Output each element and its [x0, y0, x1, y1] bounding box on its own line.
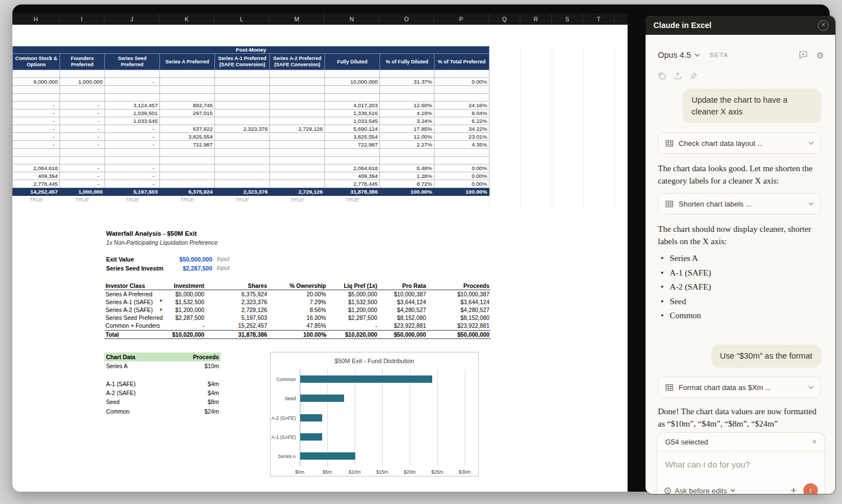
spreadsheet-cell[interactable] [325, 86, 380, 94]
pin-icon[interactable] [689, 72, 698, 80]
spreadsheet-cell[interactable] [105, 94, 160, 102]
spreadsheet-cell[interactable]: - [60, 141, 105, 149]
spreadsheet-cell[interactable]: 5,197,503 [205, 314, 268, 322]
spreadsheet-cell[interactable]: $5,000,000 [327, 290, 378, 299]
spreadsheet-cell[interactable] [270, 133, 325, 141]
model-selector[interactable]: Opus 4.5 BETA [658, 51, 728, 59]
send-button[interactable]: ↑ [803, 483, 818, 494]
spreadsheet-cell[interactable] [434, 149, 489, 157]
spreadsheet-cell[interactable]: 2,323,376 [215, 125, 270, 133]
spreadsheet-cell[interactable]: 100.00% [380, 188, 434, 196]
spreadsheet-cell[interactable]: - [105, 78, 160, 86]
spreadsheet-cell[interactable]: Series A-1 (SAFE) [104, 298, 164, 306]
spreadsheet-cell[interactable]: - [105, 172, 160, 180]
spreadsheet-cell[interactable]: 6.22% [434, 117, 489, 125]
spreadsheet-cell[interactable]: 409,394 [13, 172, 60, 180]
spreadsheet-cell[interactable]: - [164, 322, 205, 331]
spreadsheet-cell[interactable] [270, 117, 325, 125]
spreadsheet-cell[interactable]: - [105, 125, 160, 133]
spreadsheet-cell[interactable]: Series Seed Preferred [104, 314, 164, 322]
spreadsheet-cell[interactable]: $3,644,124 [378, 298, 427, 306]
spreadsheet-cell[interactable]: 8.04% [434, 109, 489, 117]
spreadsheet-cell[interactable]: - [60, 117, 105, 125]
spreadsheet-cell[interactable] [215, 109, 270, 117]
spreadsheet-cell[interactable] [380, 70, 434, 78]
spreadsheet-cell[interactable] [60, 149, 105, 157]
spreadsheet-cell[interactable] [215, 149, 270, 157]
message-input[interactable]: What can I do for you? [657, 451, 825, 469]
spreadsheet-cell[interactable]: $50,000,000 [427, 330, 491, 338]
spreadsheet-cell[interactable] [270, 70, 325, 78]
spreadsheet-cell[interactable]: 2,323,376 [215, 188, 270, 196]
spreadsheet-cell[interactable]: $5,000,000 [164, 290, 205, 299]
spreadsheet-cell[interactable] [160, 157, 215, 164]
spreadsheet-cell[interactable]: $4m [175, 389, 221, 398]
spreadsheet-cell[interactable]: $4,280,527 [378, 306, 427, 314]
spreadsheet-cell[interactable]: - [60, 133, 105, 141]
spreadsheet-cell[interactable]: - [13, 141, 60, 149]
spreadsheet-cell[interactable]: 3.24% [380, 117, 434, 125]
spreadsheet-cell[interactable]: 2,323,376 [205, 298, 268, 306]
spreadsheet-cell[interactable] [380, 86, 434, 94]
spreadsheet-cell[interactable]: $8,152,080 [427, 314, 491, 322]
spreadsheet-cell[interactable] [160, 86, 215, 94]
spreadsheet-cell[interactable]: 297,015 [160, 109, 215, 117]
tool-call-card-format-data[interactable]: Format chart data as $Xm ... [658, 377, 821, 398]
spreadsheet-cell[interactable] [160, 117, 215, 125]
spreadsheet-cell[interactable]: Common + Founders [104, 322, 164, 331]
spreadsheet-cell[interactable]: 15,252,457 [205, 322, 268, 331]
spreadsheet-cell[interactable]: 4.35% [434, 141, 489, 149]
seed-investment-cell[interactable]: $2,287,500 [150, 265, 212, 272]
spreadsheet-cell[interactable] [215, 94, 270, 102]
spreadsheet-cell[interactable]: 6.48% [380, 164, 434, 172]
spreadsheet-cell[interactable] [60, 86, 105, 94]
close-icon[interactable]: ✕ [818, 20, 829, 31]
spreadsheet-cell[interactable]: 100.00% [434, 188, 489, 196]
spreadsheet-cell[interactable]: $10,020,000 [164, 330, 205, 338]
spreadsheet-cell[interactable]: - [60, 109, 105, 117]
spreadsheet-cell[interactable] [434, 86, 489, 94]
spreadsheet-cell[interactable]: 637,622 [160, 125, 215, 133]
spreadsheet-cell[interactable]: $4,280,527 [427, 306, 491, 314]
spreadsheet-cell[interactable]: - [13, 125, 60, 133]
attach-plus-button[interactable]: + [790, 484, 797, 494]
spreadsheet-cell[interactable] [215, 133, 270, 141]
spreadsheet-cell[interactable] [105, 157, 160, 164]
spreadsheet-cell[interactable]: $3,644,124 [427, 298, 491, 306]
spreadsheet-cell[interactable]: $1,532,500 [164, 298, 205, 306]
spreadsheet-cell[interactable] [215, 70, 270, 78]
chip-close-icon[interactable]: × [812, 437, 817, 446]
spreadsheet-cell[interactable] [60, 157, 105, 164]
column-header-o[interactable]: O [379, 13, 434, 25]
spreadsheet-cell[interactable] [270, 102, 325, 109]
spreadsheet-cell[interactable]: $23,922,881 [378, 322, 427, 331]
column-header-k[interactable]: K [159, 13, 214, 25]
column-header-p[interactable]: P [434, 13, 489, 25]
ask-before-edits-toggle[interactable]: Ask before edits [664, 487, 735, 494]
spreadsheet-cell[interactable]: $4m [175, 379, 221, 388]
spreadsheet-cell[interactable] [215, 164, 270, 172]
spreadsheet-cell[interactable] [160, 94, 215, 102]
spreadsheet-cell[interactable]: Seed [104, 398, 175, 407]
spreadsheet-cell[interactable]: $1,200,000 [164, 306, 205, 314]
spreadsheet-cell[interactable]: 0.00% [434, 78, 489, 86]
spreadsheet-cell[interactable]: 3,825,554 [160, 133, 215, 141]
spreadsheet-cell[interactable] [105, 86, 160, 94]
spreadsheet-cell[interactable]: - [105, 180, 160, 188]
spreadsheet-cell[interactable]: 5,690,124 [325, 125, 380, 133]
spreadsheet-cell[interactable]: 1,033,545 [325, 117, 380, 125]
tool-call-card-shorten-labels[interactable]: Shorten chart labels ... [658, 193, 821, 214]
spreadsheet-cell[interactable] [215, 102, 270, 109]
spreadsheet-cell[interactable]: - [13, 109, 60, 117]
spreadsheet-cell[interactable]: - [105, 164, 160, 172]
column-header-i[interactable]: I [60, 13, 104, 25]
spreadsheet-cell[interactable]: $10,020,000 [327, 330, 378, 338]
chart[interactable]: $50M Exit - Fund Distribution $0m$5m$10m… [270, 352, 479, 476]
spreadsheet-cell[interactable]: 1,039,501 [105, 109, 160, 117]
spreadsheet-cell[interactable] [270, 141, 325, 149]
spreadsheet-cell[interactable]: 31.37% [380, 78, 434, 86]
spreadsheet-cell[interactable]: - [60, 125, 105, 133]
spreadsheet-cell[interactable]: $24m [175, 407, 221, 416]
spreadsheet-cell[interactable] [160, 164, 215, 172]
spreadsheet-cell[interactable]: 100.00% [268, 330, 327, 338]
